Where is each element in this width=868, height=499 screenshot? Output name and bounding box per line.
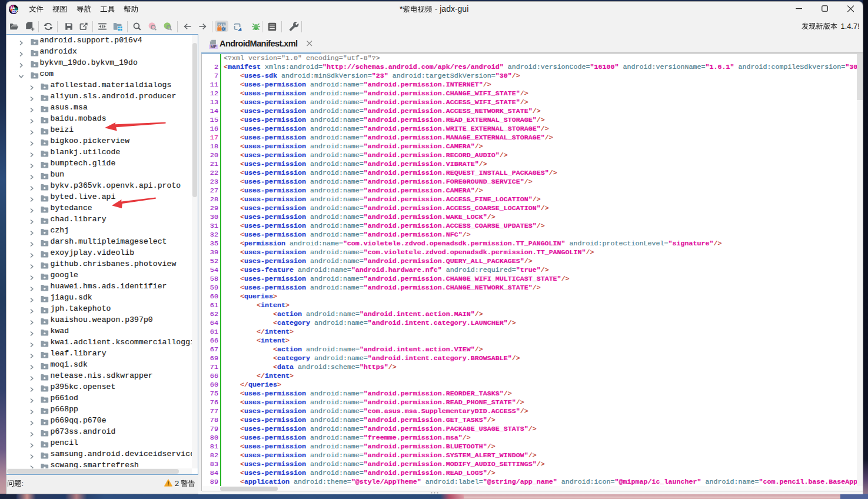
svg-text:MF: MF — [211, 44, 217, 49]
svg-text:*: * — [400, 5, 403, 14]
svg-text:1.4.7!: 1.4.7! — [839, 22, 860, 31]
svg-text:DX: DX — [12, 9, 18, 14]
svg-text::: : — [22, 479, 24, 488]
svg-text:2: 2 — [175, 479, 179, 488]
svg-text:- jadx-gui: - jadx-gui — [433, 5, 468, 14]
